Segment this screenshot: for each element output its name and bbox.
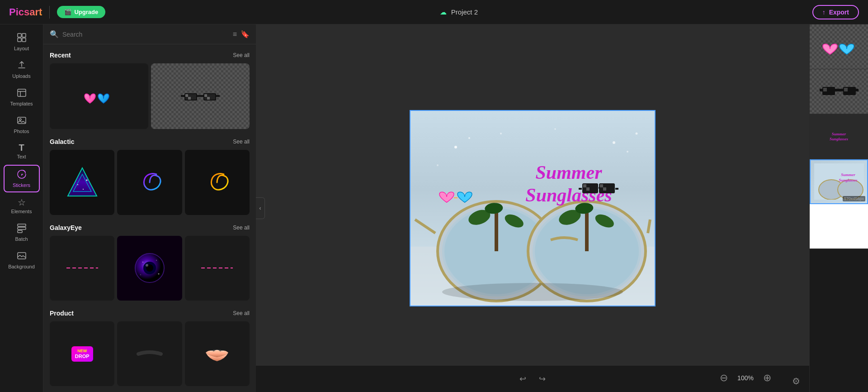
- galaxyeye-section: GalaxyEye See all: [50, 224, 250, 301]
- svg-rect-20: [204, 94, 207, 97]
- batch-icon: [17, 223, 27, 234]
- svg-rect-82: [820, 89, 822, 91]
- product-section: Product See all NEW DROP: [50, 310, 250, 386]
- topbar-center: ☁ Project 2: [440, 8, 478, 16]
- canvas-area: ‹: [256, 24, 809, 392]
- galactic-title: Galactic: [50, 138, 74, 145]
- list-item[interactable]: [50, 150, 114, 215]
- sidebar-item-background-label: Background: [8, 264, 35, 269]
- list-item[interactable]: [117, 321, 182, 386]
- list-item[interactable]: NEW DROP: [50, 321, 114, 386]
- sidebar-item-elements[interactable]: ☆ Elements: [4, 194, 40, 218]
- sidebar-item-templates[interactable]: Templates: [4, 84, 40, 110]
- sidebar-item-batch[interactable]: Batch: [4, 220, 40, 245]
- panel-content: Recent See all: [43, 44, 256, 392]
- svg-rect-85: [844, 88, 848, 91]
- sidebar-item-photos[interactable]: Photos: [4, 112, 40, 138]
- list-item[interactable]: [50, 63, 148, 129]
- product-see-all[interactable]: See all: [233, 310, 250, 316]
- product-title: Product: [50, 310, 74, 317]
- sidebar-item-layout[interactable]: Layout: [4, 29, 40, 55]
- sidebar-item-background[interactable]: Background: [4, 247, 40, 273]
- sidebar-item-batch-label: Batch: [15, 236, 28, 242]
- right-thumb-glasses[interactable]: [810, 69, 868, 114]
- right-thumb-blank[interactable]: [810, 204, 868, 249]
- galaxyeye-see-all[interactable]: See all: [233, 225, 250, 231]
- svg-rect-3: [22, 38, 26, 42]
- galactic-see-all[interactable]: See all: [233, 139, 250, 145]
- sidebar: Layout Uploads Templates: [0, 24, 43, 392]
- photos-icon: [17, 115, 27, 127]
- galaxyeye-grid: [50, 236, 250, 301]
- svg-rect-2: [18, 38, 21, 42]
- cloud-icon: ☁: [440, 8, 447, 16]
- canvas-wrapper[interactable]: Summer Sunglasses: [410, 110, 656, 306]
- svg-text:Summer: Summer: [841, 172, 855, 177]
- list-item[interactable]: [151, 63, 250, 129]
- product-grid: NEW DROP: [50, 321, 250, 386]
- zoom-out-button[interactable]: ⊖: [718, 370, 730, 386]
- panel-search-bar: 🔍 ≡ 🔖: [43, 24, 256, 44]
- filter-icon[interactable]: ≡: [233, 30, 237, 38]
- settings-button[interactable]: ⚙: [792, 376, 800, 387]
- svg-point-61: [627, 151, 628, 153]
- zoom-value: 100%: [734, 374, 757, 382]
- export-label: Export: [829, 9, 849, 16]
- svg-point-36: [158, 273, 159, 275]
- svg-point-32: [146, 264, 148, 267]
- recent-see-all[interactable]: See all: [233, 52, 250, 58]
- svg-point-62: [636, 133, 638, 135]
- sidebar-item-text[interactable]: T Text: [4, 139, 40, 163]
- zoom-controls: ⊖ 100% ⊕: [718, 370, 773, 386]
- svg-point-60: [613, 141, 615, 144]
- templates-icon: [17, 88, 27, 99]
- elements-icon: ☆: [18, 198, 26, 207]
- svg-rect-17: [216, 95, 220, 97]
- upgrade-button[interactable]: 🎬 Upgrade: [57, 6, 105, 18]
- sidebar-item-stickers-label: Stickers: [13, 182, 30, 188]
- svg-rect-21: [207, 97, 210, 100]
- right-thumb-hearts[interactable]: [810, 24, 868, 69]
- svg-point-26: [86, 179, 87, 181]
- svg-rect-74: [586, 187, 590, 191]
- background-icon: [17, 251, 27, 262]
- recent-section: Recent See all: [50, 52, 250, 129]
- list-item[interactable]: [185, 321, 250, 386]
- text-icon: T: [19, 143, 24, 152]
- right-thumb-canvas[interactable]: Summer Sunglasses 570x456px: [810, 159, 868, 204]
- search-input[interactable]: [62, 31, 229, 38]
- canvas[interactable]: Summer Sunglasses: [410, 111, 655, 306]
- svg-rect-83: [856, 89, 859, 91]
- svg-point-6: [19, 119, 21, 120]
- list-item[interactable]: [117, 236, 182, 301]
- bookmark-icon[interactable]: 🔖: [241, 30, 250, 38]
- list-item[interactable]: [50, 236, 114, 301]
- redo-button[interactable]: ↪: [537, 372, 547, 386]
- sidebar-item-text-label: Text: [17, 154, 26, 159]
- zoom-in-button[interactable]: ⊕: [761, 370, 773, 386]
- svg-text:Sunglasses: Sunglasses: [839, 178, 858, 182]
- stickers-panel: 🔍 ≡ 🔖 Recent See all: [43, 24, 256, 392]
- svg-rect-75: [600, 184, 603, 187]
- list-item[interactable]: [117, 150, 182, 215]
- list-item[interactable]: [185, 150, 250, 215]
- svg-rect-15: [197, 95, 203, 97]
- svg-rect-1: [22, 33, 26, 37]
- svg-rect-73: [583, 184, 586, 187]
- project-title: Project 2: [451, 8, 478, 16]
- svg-rect-76: [603, 187, 606, 191]
- main-area: Layout Uploads Templates: [0, 24, 868, 392]
- sidebar-item-uploads-label: Uploads: [12, 73, 30, 79]
- upgrade-label: Upgrade: [74, 9, 98, 15]
- topbar-left: Picsart 🎬 Upgrade: [9, 6, 105, 19]
- list-item[interactable]: [185, 236, 250, 301]
- sidebar-item-uploads[interactable]: Uploads: [4, 57, 40, 82]
- sidebar-item-photos-label: Photos: [14, 129, 29, 134]
- svg-point-59: [468, 137, 470, 139]
- right-thumb-text[interactable]: SummerSunglasses: [810, 114, 868, 159]
- right-panel: SummerSunglasses Summer Sunglasses 570x4…: [809, 24, 868, 392]
- collapse-panel-button[interactable]: ‹: [256, 197, 265, 219]
- sidebar-item-stickers[interactable]: Stickers: [4, 165, 40, 192]
- export-button[interactable]: ↑ Export: [812, 5, 859, 19]
- undo-button[interactable]: ↩: [518, 372, 528, 386]
